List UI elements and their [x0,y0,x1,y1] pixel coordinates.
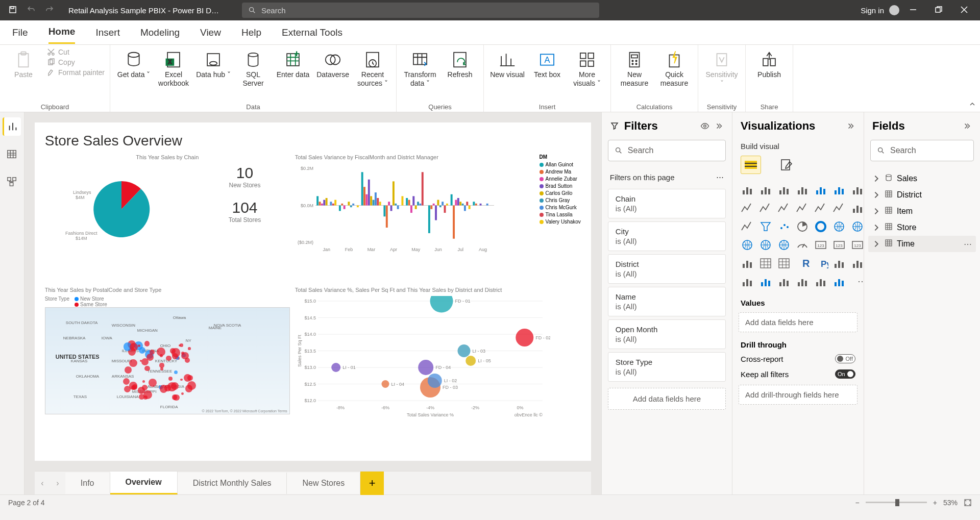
sensitivity-button[interactable]: Sensitivity˅ [703,48,740,88]
viz-powerautomate-icon[interactable] [831,274,847,289]
viz-decomp-icon[interactable] [850,256,865,271]
viz-stacked-area-icon[interactable] [776,201,792,216]
next-page-button[interactable]: › [50,476,65,491]
filters-search[interactable]: Search [608,140,726,161]
tab-overview[interactable]: Overview [110,472,178,494]
field-table-item[interactable]: Item [868,203,976,219]
viz-pie-icon[interactable] [795,219,810,234]
viz-powerapps-icon[interactable] [813,274,828,289]
viz-paginated-icon[interactable] [776,274,792,289]
enter-data-button[interactable]: Enter data [275,48,311,79]
filter-card[interactable]: Open Monthis (All) [608,319,726,349]
zoom-slider[interactable] [866,502,927,503]
viz-column-line-icon[interactable] [740,219,755,234]
filters-drop-hint[interactable]: Add data fields here [608,388,726,410]
viz-clustered-bar-icon[interactable] [776,182,792,197]
filter-card[interactable]: Districtis (All) [608,254,726,284]
collapse-panel-icon[interactable] [963,121,972,131]
tab-district-monthly[interactable]: District Monthly Sales [178,473,287,494]
save-icon[interactable] [8,5,17,16]
viz-gauge-icon[interactable] [795,237,810,253]
data-hub-button[interactable]: Data hub ˅ [195,48,232,79]
titlebar-search[interactable]: Search [242,3,599,18]
field-table-district[interactable]: District [868,187,976,203]
collapse-panel-icon[interactable] [715,121,724,131]
viz-donut-icon[interactable] [813,219,828,234]
fit-to-page-icon[interactable] [964,499,972,507]
viz-map-icon[interactable] [850,219,865,234]
visual-map[interactable]: This Year Sales by PostalCode and Store … [45,287,290,425]
viz-stacked-bar-icon[interactable] [740,182,755,197]
filter-card[interactable]: Chainis (All) [608,189,726,218]
undo-icon[interactable] [27,5,36,16]
paste-button[interactable]: Paste [5,48,42,79]
format-visual-mode[interactable] [776,156,797,174]
map-box[interactable]: SOUTH DAKOTAWISCONSINMICHIGANNEBRASKAIOW… [45,307,290,414]
dataverse-button[interactable]: Dataverse [314,48,351,79]
menu-home[interactable]: Home [48,21,76,44]
viz-values-drop[interactable]: Add data fields here [739,312,857,332]
more-visuals-button[interactable]: More visuals ˅ [569,48,605,88]
viz-qna-icon[interactable] [740,274,755,289]
recent-sources-button[interactable]: Recent sources ˅ [354,48,391,88]
viz-stacked-column-icon[interactable] [758,182,773,197]
viz-key-influencers-icon[interactable] [831,256,847,271]
viz-kpi-icon[interactable]: 123 [850,237,865,253]
get-data-button[interactable]: Get data ˅ [115,48,152,79]
transform-data-button[interactable]: Transform data ˅ [402,48,438,88]
visual-bar-variance[interactable]: Total Sales Variance by FiscalMonth and … [295,154,581,282]
viz-treemap-icon[interactable] [831,219,847,234]
viz-drill-drop[interactable]: Add drill-through fields here [739,385,857,405]
minimize-icon[interactable] [910,6,917,15]
viz-100-bar-icon[interactable] [813,182,828,197]
viz-100-column-icon[interactable] [831,182,847,197]
filter-card[interactable]: Store Typeis (All) [608,352,726,382]
menu-help[interactable]: Help [241,22,261,43]
viz-azure-map-icon[interactable] [758,237,773,253]
refresh-button[interactable]: Refresh [442,48,478,79]
viz-r-visual-icon[interactable]: R [795,256,810,271]
collapse-panel-icon[interactable] [846,121,855,131]
viz-scatter-icon[interactable] [776,219,792,234]
viz-line-clustered-icon[interactable] [795,201,810,216]
publish-button[interactable]: Publish [751,48,788,79]
viz-filled-map-icon[interactable] [740,237,755,253]
viz-more-icon[interactable]: ⋯ [850,274,865,289]
visual-scatter[interactable]: Total Sales Variance %, Sales Per Sq Ft … [295,287,581,425]
viz-slicer-icon[interactable] [740,256,755,271]
copy-button[interactable]: Copy [47,58,105,66]
sql-server-button[interactable]: SQL Server [235,48,272,88]
format-painter-button[interactable]: Format painter [47,68,105,77]
cross-report-toggle[interactable]: Off [835,354,855,363]
more-icon[interactable]: ⋯ [964,239,972,249]
model-view-button[interactable] [3,172,21,191]
keep-filters-toggle[interactable]: On [835,369,855,379]
redo-icon[interactable] [45,5,54,16]
maximize-icon[interactable] [935,6,942,15]
field-table-time[interactable]: Time⋯ [868,236,976,252]
viz-matrix-icon[interactable] [776,256,792,271]
close-icon[interactable] [961,6,968,15]
field-table-sales[interactable]: Sales [868,170,976,187]
collapse-ribbon-icon[interactable] [969,101,976,110]
textbox-button[interactable]: AText box [529,48,566,79]
report-view-button[interactable] [3,117,21,136]
viz-ribbon-icon[interactable] [831,201,847,216]
viz-arcgis-icon[interactable] [795,274,810,289]
signin-button[interactable]: Sign in [861,5,899,15]
new-visual-button[interactable]: New visual [489,48,526,79]
menu-file[interactable]: File [12,22,28,43]
build-visual-mode[interactable] [741,156,761,174]
viz-py-visual-icon[interactable]: Py [813,256,828,271]
viz-multi-card-icon[interactable]: 123 [831,237,847,253]
viz-shape-map-icon[interactable] [776,237,792,253]
tab-info[interactable]: Info [65,473,110,494]
viz-narrative-icon[interactable] [758,274,773,289]
zoom-in-button[interactable]: + [933,499,937,507]
fields-search[interactable]: Search [870,140,974,161]
viz-table-icon[interactable] [758,256,773,271]
field-table-store[interactable]: Store [868,219,976,236]
quick-measure-button[interactable]: Quick measure [656,48,693,88]
viz-area-icon[interactable] [758,201,773,216]
report-canvas[interactable]: Store Sales Overview This Year Sales by … [35,122,591,461]
